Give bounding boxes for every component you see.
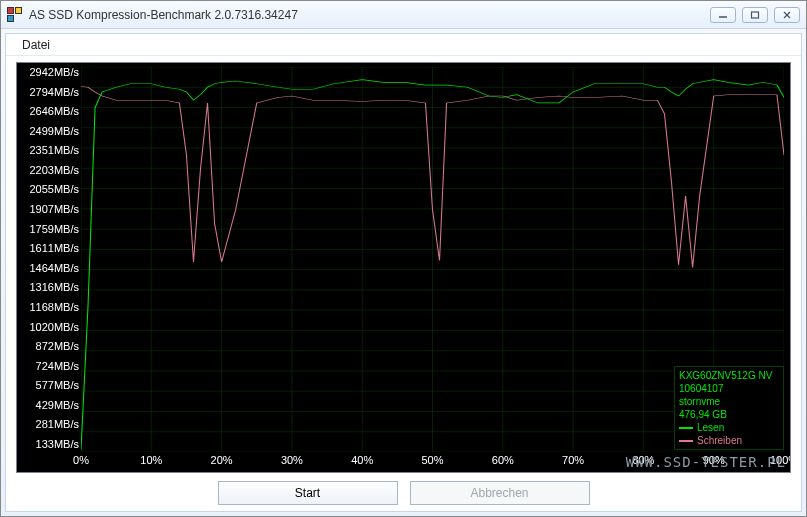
maximize-button[interactable] (742, 7, 768, 23)
watermark: WWW.SSD-TESTER.PL (626, 454, 786, 470)
legend-write: Schreiben (679, 434, 779, 447)
legend-swatch-write (679, 440, 693, 442)
titlebar: AS SSD Kompression-Benchmark 2.0.7316.34… (1, 1, 806, 29)
close-button[interactable] (774, 7, 800, 23)
maximize-icon (750, 11, 760, 19)
menubar: Datei (6, 34, 801, 56)
legend-box: KXG60ZNV512G NV 10604107 stornvme 476,94… (674, 366, 784, 450)
device-capacity: 476,94 GB (679, 408, 779, 421)
app-icon (7, 7, 23, 23)
legend-swatch-read (679, 427, 693, 429)
minimize-button[interactable] (710, 7, 736, 23)
close-icon (782, 11, 792, 19)
client-area: Datei 2942MB/s2794MB/s2646MB/s2499MB/s23… (5, 33, 802, 512)
menu-file[interactable]: Datei (14, 36, 58, 54)
window-title: AS SSD Kompression-Benchmark 2.0.7316.34… (29, 8, 710, 22)
chart: 2942MB/s2794MB/s2646MB/s2499MB/s2351MB/s… (16, 62, 791, 473)
legend-write-label: Schreiben (697, 434, 742, 447)
device-serial: 10604107 (679, 382, 779, 395)
cancel-button[interactable]: Abbrechen (410, 481, 590, 505)
legend-read: Lesen (679, 421, 779, 434)
svg-rect-1 (752, 12, 759, 18)
device-name: KXG60ZNV512G NV (679, 369, 779, 382)
y-axis-labels: 2942MB/s2794MB/s2646MB/s2499MB/s2351MB/s… (19, 67, 79, 450)
app-window: AS SSD Kompression-Benchmark 2.0.7316.34… (0, 0, 807, 517)
minimize-icon (718, 11, 728, 19)
start-button[interactable]: Start (218, 481, 398, 505)
window-controls (710, 7, 800, 23)
legend-read-label: Lesen (697, 421, 724, 434)
button-row: Start Abbrechen (6, 475, 801, 511)
device-driver: stornvme (679, 395, 779, 408)
